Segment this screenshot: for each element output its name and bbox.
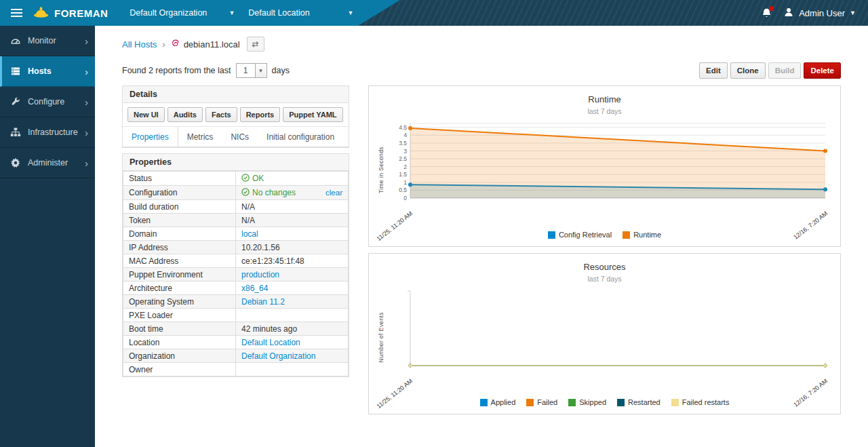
menu-toggle-icon[interactable] (0, 9, 33, 17)
tab-metrics[interactable]: Metrics (178, 127, 222, 147)
clear-link[interactable]: clear (326, 189, 342, 197)
host-switcher-button[interactable]: ⇄ (247, 37, 264, 52)
properties-card-title: Properties (123, 154, 349, 171)
chart-plot: 11/25, 11:20 AM12/16, 7:20 AM (386, 286, 833, 389)
report-days-label: days (272, 66, 290, 75)
status-ok-badge: No changes (241, 188, 296, 198)
property-value: OK (236, 172, 349, 186)
property-value: 42 minutes ago (236, 322, 349, 336)
notifications-bell-icon[interactable] (761, 7, 772, 19)
property-value-link[interactable]: Debian 11.2 (241, 297, 285, 307)
table-row: Domainlocal (123, 227, 349, 241)
gear-icon (10, 157, 26, 168)
tab-nics[interactable]: NICs (222, 127, 258, 147)
sidebar-item-infrastructure[interactable]: Infrastructure› (0, 117, 95, 148)
property-label: Location (123, 336, 236, 349)
property-label: Token (123, 214, 236, 227)
table-row: IP Address10.20.1.56 (123, 241, 349, 254)
legend-swatch (526, 399, 534, 406)
details-tabs: PropertiesMetricsNICsInitial configurati… (123, 127, 349, 147)
chart-subtitle: last 7 days (369, 275, 840, 283)
chart-subtitle: last 7 days (369, 107, 840, 115)
legend-swatch (568, 399, 576, 406)
svg-text:2: 2 (403, 163, 407, 170)
sidebar-item-label: Infrastructure (26, 128, 85, 137)
brand[interactable]: FOREMAN (33, 3, 108, 22)
sidebar-item-label: Configure (26, 97, 85, 106)
chart-title: Runtime (369, 94, 840, 104)
svg-text:1.5: 1.5 (399, 171, 407, 178)
property-value-link[interactable]: local (241, 229, 258, 239)
notification-dot (769, 6, 774, 11)
sidebar-item-monitor[interactable]: Monitor› (0, 26, 95, 56)
sidebar-item-administer[interactable]: Administer› (0, 148, 95, 178)
legend-item-config-retrieval[interactable]: Config Retrieval (548, 231, 612, 239)
legend-item-failed[interactable]: Failed (526, 398, 557, 406)
property-value: Default Organization (236, 349, 349, 363)
legend-swatch (671, 399, 679, 406)
clone-button[interactable]: Clone (730, 62, 766, 79)
property-value-link[interactable]: Default Location (241, 338, 300, 347)
chart-plot: 00.511.522.533.544.511/25, 11:20 AM12/16… (386, 118, 833, 221)
property-label: IP Address (123, 241, 236, 254)
property-label: Organization (123, 349, 236, 363)
chevron-right-icon: › (85, 97, 88, 107)
table-row: Operating SystemDebian 11.2 (123, 295, 349, 309)
sidebar-item-configure[interactable]: Configure› (0, 87, 95, 117)
sidebar-item-hosts[interactable]: Hosts› (0, 56, 95, 87)
user-menu[interactable]: Admin User ▼ (783, 7, 856, 20)
delete-button[interactable]: Delete (804, 62, 841, 79)
new-ui-button[interactable]: New UI (127, 107, 165, 122)
property-value: No changesclear (236, 186, 349, 200)
chevron-right-icon: › (85, 66, 88, 77)
property-value (236, 363, 349, 376)
legend-item-failed-restarts[interactable]: Failed restarts (671, 398, 730, 406)
audits-button[interactable]: Audits (167, 107, 203, 122)
chart-title: Resources (369, 262, 840, 272)
property-value: N/A (236, 200, 349, 214)
tab-properties[interactable]: Properties (123, 127, 178, 147)
table-row: Architecturex86_64 (123, 281, 349, 295)
legend-item-restarted[interactable]: Restarted (617, 398, 660, 406)
table-row: Boot time42 minutes ago (123, 322, 349, 336)
legend-item-skipped[interactable]: Skipped (568, 398, 606, 406)
chevron-right-icon: › (85, 128, 88, 138)
location-selector[interactable]: Default Location ▼ (241, 0, 360, 26)
property-value-link[interactable]: Default Organization (241, 351, 315, 361)
svg-text:2.5: 2.5 (399, 155, 407, 162)
reports-button[interactable]: Reports (240, 107, 281, 122)
details-card-title: Details (123, 86, 349, 103)
facts-button[interactable]: Facts (205, 107, 237, 122)
report-bar: Found 2 reports from the last 1 ▼ days E… (122, 62, 841, 79)
status-ok-badge: OK (241, 174, 264, 184)
table-row: MAC Addressce:e1:23:45:1f:48 (123, 254, 349, 268)
debian-os-icon (171, 39, 180, 50)
foreman-helmet-icon (33, 3, 50, 22)
property-value (236, 309, 349, 322)
property-label: MAC Address (123, 254, 236, 268)
user-avatar-icon (783, 7, 794, 20)
svg-text:3.5: 3.5 (399, 140, 407, 147)
property-label: Status (123, 172, 236, 186)
breadcrumb-all-hosts-link[interactable]: All Hosts (122, 39, 157, 50)
legend-item-applied[interactable]: Applied (480, 398, 516, 406)
property-value-link[interactable]: production (241, 270, 279, 279)
chart-legend: Config RetrievalRuntime (369, 231, 840, 239)
puppet-yaml-button[interactable]: Puppet YAML (283, 107, 342, 122)
property-label: Architecture (123, 281, 236, 295)
report-days-select[interactable]: 1 ▼ (236, 63, 267, 78)
chevron-right-icon: › (85, 158, 88, 168)
legend-item-runtime[interactable]: Runtime (623, 231, 661, 239)
chevron-down-icon: ▼ (330, 9, 353, 16)
legend-swatch (623, 231, 630, 239)
table-row: Build durationN/A (123, 200, 349, 214)
organization-selector[interactable]: Default Organization ▼ (123, 0, 241, 26)
property-label: Owner (123, 363, 236, 376)
wrench-icon (10, 96, 26, 107)
table-row: TokenN/A (123, 214, 349, 227)
edit-button[interactable]: Edit (699, 62, 728, 79)
y-axis-label: Time in Seconds (376, 118, 386, 221)
chevron-right-icon: › (85, 36, 88, 46)
property-value-link[interactable]: x86_64 (241, 284, 268, 293)
tab-initial-configuration[interactable]: Initial configuration (258, 127, 343, 147)
